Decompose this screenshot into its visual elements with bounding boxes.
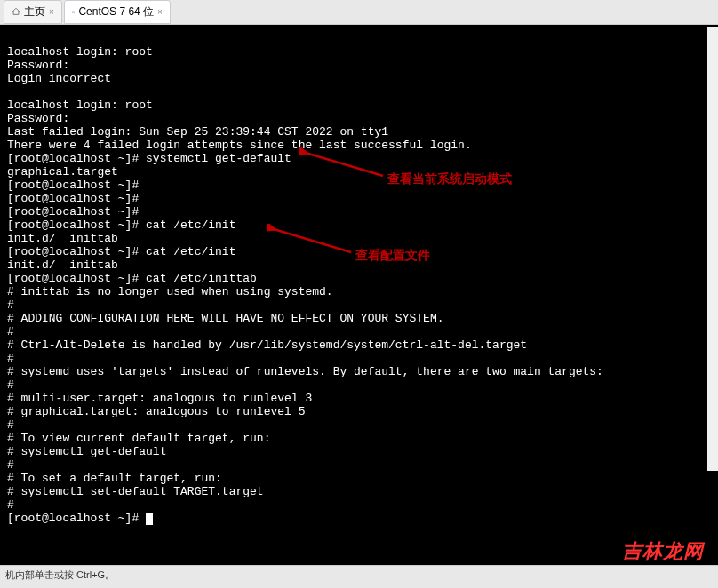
tab-vm-label: CentOS 7 64 位 — [78, 4, 154, 20]
status-bar: 机内部单击或按 Ctrl+G。 — [0, 565, 718, 584]
terminal-line: # — [7, 298, 14, 312]
tab-home-close[interactable]: × — [49, 7, 54, 17]
terminal-line: [root@localhost ~]# cat /etc/init — [7, 245, 235, 258]
terminal-area[interactable]: localhost login: root Password: Login in… — [0, 25, 718, 565]
terminal-line: # ADDING CONFIGURATION HERE WILL HAVE NO… — [7, 312, 443, 325]
terminal-line: [root@localhost ~]# cat /etc/init — [7, 219, 235, 232]
vm-icon: ▫ — [72, 7, 76, 17]
terminal-line: [root@localhost ~]# — [7, 205, 139, 219]
terminal-line: # Ctrl-Alt-Delete is handled by /usr/lib… — [7, 338, 527, 352]
terminal-line: # inittab is no longer used when using s… — [7, 285, 333, 298]
arrow-annotation-1 — [299, 147, 387, 183]
annotation-2: 查看配置文件 — [355, 249, 430, 262]
terminal-line: [root@localhost ~]# systemctl get-defaul… — [7, 152, 291, 165]
tab-vm[interactable]: ▫ CentOS 7 64 位 × — [64, 0, 171, 24]
terminal-line: Last failed login: Sun Sep 25 23:39:44 C… — [7, 125, 388, 139]
terminal-line: # systemctl get-default — [7, 445, 166, 458]
terminal-line: [root@localhost ~]# — [7, 179, 139, 192]
terminal-cursor — [146, 513, 153, 525]
terminal-line: # systemctl set-default TARGET.target — [7, 485, 264, 498]
terminal-line: # — [7, 378, 14, 392]
terminal-line: # To view current default target, run: — [7, 432, 270, 445]
tab-home[interactable]: 主页 × — [4, 0, 62, 24]
home-icon — [12, 6, 20, 19]
tab-bar: 主页 × ▫ CentOS 7 64 位 × — [0, 0, 718, 25]
terminal-line: # To set a default target, run: — [7, 472, 222, 485]
terminal-line: localhost login: root — [7, 45, 153, 59]
terminal-line: # — [7, 325, 14, 338]
terminal-line: # — [7, 458, 14, 472]
terminal-line: # multi-user.target: analogous to runlev… — [7, 392, 312, 405]
watermark: 吉林龙网 — [622, 538, 704, 565]
terminal-line: localhost login: root — [7, 99, 153, 112]
status-text: 机内部单击或按 Ctrl+G。 — [5, 569, 115, 580]
terminal-line: Password: — [7, 112, 69, 125]
svg-line-3 — [274, 229, 351, 252]
terminal-line: Password: — [7, 59, 69, 72]
tab-vm-close[interactable]: × — [157, 7, 163, 17]
terminal-line: # — [7, 352, 14, 365]
terminal-line: # — [7, 498, 14, 512]
tab-home-label: 主页 — [24, 4, 45, 20]
terminal-line: Login incorrect — [7, 72, 111, 85]
terminal-line: # — [7, 418, 14, 432]
terminal-line: init.d/ inittab — [7, 232, 118, 245]
terminal-line: There were 4 failed login attempts since… — [7, 139, 472, 152]
terminal-line: graphical.target — [7, 165, 118, 179]
terminal-line: init.d/ inittab — [7, 258, 118, 272]
terminal-line: # systemd uses 'targets' instead of runl… — [7, 365, 603, 378]
annotation-1: 查看当前系统启动模式 — [387, 172, 512, 186]
terminal-line: [root@localhost ~]# — [7, 192, 139, 205]
svg-line-1 — [306, 153, 383, 176]
terminal-line: [root@localhost ~]# cat /etc/inittab — [7, 272, 257, 285]
terminal-line: [root@localhost ~]# — [7, 512, 146, 525]
side-toolbar — [707, 27, 718, 471]
arrow-annotation-2 — [267, 224, 355, 259]
terminal-line: # graphical.target: analogous to runleve… — [7, 405, 305, 418]
